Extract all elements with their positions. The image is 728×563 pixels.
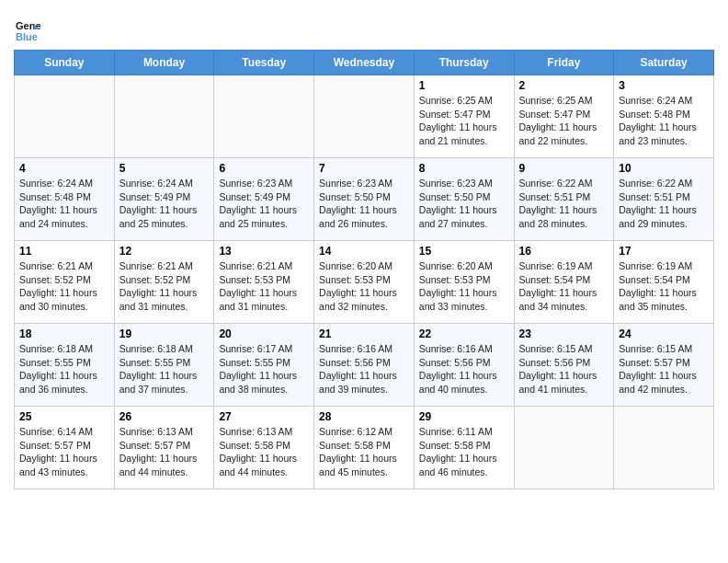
cell-date: 24 [619,327,709,340]
day-header-saturday: Saturday [614,51,714,75]
week-row-1: 1Sunrise: 6:25 AM Sunset: 5:47 PM Daylig… [15,75,714,158]
cell-date: 19 [119,327,210,340]
calendar-cell: 13Sunrise: 6:21 AM Sunset: 5:53 PM Dayli… [214,241,314,324]
days-header-row: SundayMondayTuesdayWednesdayThursdayFrid… [15,51,714,75]
svg-text:Blue: Blue [16,31,38,42]
cell-date: 14 [319,245,409,258]
calendar-cell: 20Sunrise: 6:17 AM Sunset: 5:55 PM Dayli… [214,324,314,407]
day-header-monday: Monday [114,51,214,75]
cell-date: 21 [319,327,409,340]
cell-date: 12 [119,245,210,258]
calendar-cell: 21Sunrise: 6:16 AM Sunset: 5:56 PM Dayli… [314,324,415,407]
cell-info: Sunrise: 6:16 AM Sunset: 5:56 PM Dayligh… [419,342,509,396]
cell-date: 8 [419,162,509,175]
day-header-wednesday: Wednesday [314,51,415,75]
calendar-cell [15,75,115,158]
cell-date: 13 [219,245,309,258]
calendar-cell: 28Sunrise: 6:12 AM Sunset: 5:58 PM Dayli… [314,407,415,489]
cell-info: Sunrise: 6:24 AM Sunset: 5:48 PM Dayligh… [619,94,709,148]
cell-info: Sunrise: 6:23 AM Sunset: 5:50 PM Dayligh… [319,177,409,231]
cell-date: 1 [419,79,509,92]
calendar-cell: 2Sunrise: 6:25 AM Sunset: 5:47 PM Daylig… [514,75,614,158]
cell-info: Sunrise: 6:12 AM Sunset: 5:58 PM Dayligh… [319,425,409,479]
cell-info: Sunrise: 6:15 AM Sunset: 5:56 PM Dayligh… [519,342,609,396]
cell-date: 9 [519,162,609,175]
day-header-friday: Friday [514,51,614,75]
calendar-cell: 9Sunrise: 6:22 AM Sunset: 5:51 PM Daylig… [514,158,614,241]
calendar-cell: 26Sunrise: 6:13 AM Sunset: 5:57 PM Dayli… [114,407,214,489]
calendar-cell: 7Sunrise: 6:23 AM Sunset: 5:50 PM Daylig… [314,158,415,241]
cell-date: 7 [319,162,409,175]
cell-date: 23 [519,327,609,340]
week-row-2: 4Sunrise: 6:24 AM Sunset: 5:48 PM Daylig… [15,158,714,241]
calendar-cell: 29Sunrise: 6:11 AM Sunset: 5:58 PM Dayli… [414,407,514,489]
calendar-cell: 23Sunrise: 6:15 AM Sunset: 5:56 PM Dayli… [514,324,614,407]
logo-icon: General Blue [14,17,41,44]
svg-text:General: General [16,20,41,31]
cell-info: Sunrise: 6:19 AM Sunset: 5:54 PM Dayligh… [519,259,609,314]
cell-info: Sunrise: 6:14 AM Sunset: 5:57 PM Dayligh… [19,425,109,479]
calendar-cell: 16Sunrise: 6:19 AM Sunset: 5:54 PM Dayli… [514,241,614,324]
cell-info: Sunrise: 6:24 AM Sunset: 5:49 PM Dayligh… [119,177,210,231]
calendar-cell [214,75,314,158]
cell-date: 3 [619,79,709,92]
calendar-cell: 27Sunrise: 6:13 AM Sunset: 5:58 PM Dayli… [214,407,314,489]
calendar-cell [314,75,415,158]
calendar-cell: 1Sunrise: 6:25 AM Sunset: 5:47 PM Daylig… [414,75,514,158]
cell-date: 17 [619,245,709,258]
calendar-table: SundayMondayTuesdayWednesdayThursdayFrid… [14,50,714,489]
cell-date: 2 [519,79,609,92]
cell-info: Sunrise: 6:11 AM Sunset: 5:58 PM Dayligh… [419,425,509,479]
calendar-cell: 14Sunrise: 6:20 AM Sunset: 5:53 PM Dayli… [314,241,415,324]
week-row-4: 18Sunrise: 6:18 AM Sunset: 5:55 PM Dayli… [15,324,714,407]
calendar-cell [614,407,714,489]
cell-date: 11 [19,245,109,258]
page-header: General Blue [14,9,714,44]
cell-date: 20 [219,327,309,340]
cell-info: Sunrise: 6:22 AM Sunset: 5:51 PM Dayligh… [519,177,609,231]
cell-info: Sunrise: 6:21 AM Sunset: 5:52 PM Dayligh… [19,259,109,314]
cell-date: 27 [219,410,309,423]
cell-info: Sunrise: 6:16 AM Sunset: 5:56 PM Dayligh… [319,342,409,396]
cell-date: 15 [419,245,509,258]
cell-info: Sunrise: 6:19 AM Sunset: 5:54 PM Dayligh… [619,259,709,314]
cell-info: Sunrise: 6:24 AM Sunset: 5:48 PM Dayligh… [19,177,109,231]
day-header-thursday: Thursday [414,51,514,75]
cell-date: 28 [319,410,409,423]
calendar-cell [514,407,614,489]
calendar-cell: 25Sunrise: 6:14 AM Sunset: 5:57 PM Dayli… [15,407,115,489]
cell-date: 22 [419,327,509,340]
cell-info: Sunrise: 6:23 AM Sunset: 5:49 PM Dayligh… [219,177,309,231]
cell-date: 18 [19,327,109,340]
calendar-cell: 11Sunrise: 6:21 AM Sunset: 5:52 PM Dayli… [15,241,115,324]
cell-info: Sunrise: 6:25 AM Sunset: 5:47 PM Dayligh… [519,94,609,148]
calendar-body: 1Sunrise: 6:25 AM Sunset: 5:47 PM Daylig… [15,75,714,489]
cell-info: Sunrise: 6:15 AM Sunset: 5:57 PM Dayligh… [619,342,709,396]
day-header-tuesday: Tuesday [214,51,314,75]
cell-date: 16 [519,245,609,258]
cell-info: Sunrise: 6:18 AM Sunset: 5:55 PM Dayligh… [19,342,109,396]
cell-date: 10 [619,162,709,175]
cell-date: 29 [419,410,509,423]
calendar-cell: 4Sunrise: 6:24 AM Sunset: 5:48 PM Daylig… [15,158,115,241]
cell-info: Sunrise: 6:18 AM Sunset: 5:55 PM Dayligh… [119,342,210,396]
calendar-cell: 18Sunrise: 6:18 AM Sunset: 5:55 PM Dayli… [15,324,115,407]
calendar-cell: 12Sunrise: 6:21 AM Sunset: 5:52 PM Dayli… [114,241,214,324]
cell-info: Sunrise: 6:22 AM Sunset: 5:51 PM Dayligh… [619,177,709,231]
week-row-5: 25Sunrise: 6:14 AM Sunset: 5:57 PM Dayli… [15,407,714,489]
calendar-cell: 22Sunrise: 6:16 AM Sunset: 5:56 PM Dayli… [414,324,514,407]
calendar-cell [114,75,214,158]
calendar-cell: 17Sunrise: 6:19 AM Sunset: 5:54 PM Dayli… [614,241,714,324]
calendar-cell: 24Sunrise: 6:15 AM Sunset: 5:57 PM Dayli… [614,324,714,407]
calendar-cell: 3Sunrise: 6:24 AM Sunset: 5:48 PM Daylig… [614,75,714,158]
week-row-3: 11Sunrise: 6:21 AM Sunset: 5:52 PM Dayli… [15,241,714,324]
cell-info: Sunrise: 6:25 AM Sunset: 5:47 PM Dayligh… [419,94,509,148]
cell-info: Sunrise: 6:13 AM Sunset: 5:58 PM Dayligh… [219,425,309,479]
cell-date: 5 [119,162,210,175]
cell-date: 26 [119,410,210,423]
cell-info: Sunrise: 6:20 AM Sunset: 5:53 PM Dayligh… [419,259,509,314]
calendar-cell: 10Sunrise: 6:22 AM Sunset: 5:51 PM Dayli… [614,158,714,241]
calendar-cell: 5Sunrise: 6:24 AM Sunset: 5:49 PM Daylig… [114,158,214,241]
calendar-cell: 6Sunrise: 6:23 AM Sunset: 5:49 PM Daylig… [214,158,314,241]
cell-date: 4 [19,162,109,175]
